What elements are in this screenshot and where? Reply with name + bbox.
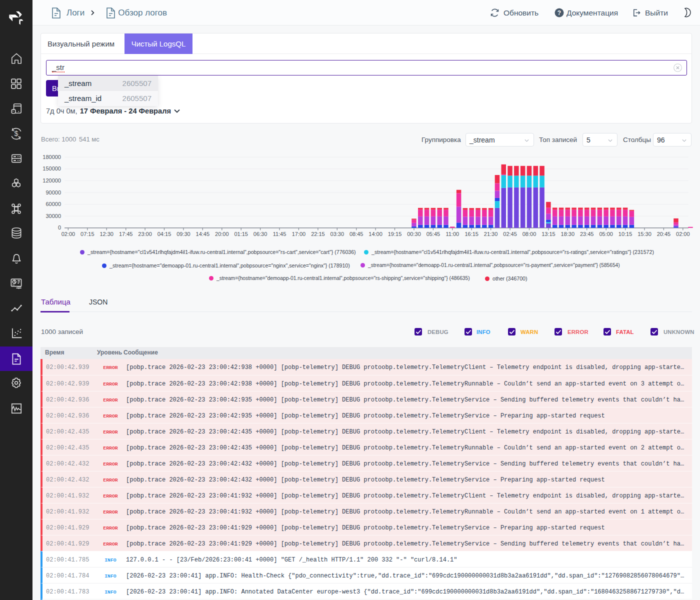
svg-text:$: $ xyxy=(14,130,18,138)
svg-text:05:45: 05:45 xyxy=(426,231,440,237)
svg-text:16:15: 16:15 xyxy=(464,231,478,237)
svg-text:14:45: 14:45 xyxy=(196,231,210,237)
svg-text:23:45: 23:45 xyxy=(580,231,594,237)
svg-text:0: 0 xyxy=(58,224,61,230)
svg-text:14:00: 14:00 xyxy=(368,231,382,237)
svg-text:?: ? xyxy=(558,10,561,16)
svg-text:11:00: 11:00 xyxy=(446,231,459,237)
svg-text:180000: 180000 xyxy=(42,154,61,160)
svg-text:10:15: 10:15 xyxy=(618,231,632,237)
svg-text:17:45: 17:45 xyxy=(119,231,133,237)
svg-text:06:30: 06:30 xyxy=(254,231,268,237)
svg-text:02:00: 02:00 xyxy=(676,231,690,237)
svg-text:08:45: 08:45 xyxy=(350,231,364,237)
svg-text:60000: 60000 xyxy=(46,201,61,207)
svg-text:13:15: 13:15 xyxy=(542,231,556,237)
svg-text:03:30: 03:30 xyxy=(330,231,344,237)
svg-text:00:30: 00:30 xyxy=(407,231,421,237)
svg-text:23:00: 23:00 xyxy=(138,231,152,237)
svg-text:02:00: 02:00 xyxy=(62,231,76,237)
svg-text:05:00: 05:00 xyxy=(599,231,613,237)
svg-text:90000: 90000 xyxy=(46,190,61,196)
svg-text:20:45: 20:45 xyxy=(657,231,671,237)
svg-text:02:45: 02:45 xyxy=(503,231,517,237)
svg-text:22:15: 22:15 xyxy=(311,231,325,237)
svg-text:120000: 120000 xyxy=(42,178,61,184)
svg-text:21:30: 21:30 xyxy=(484,231,498,237)
svg-text:19:15: 19:15 xyxy=(388,231,402,237)
svg-text:15:30: 15:30 xyxy=(638,231,652,237)
svg-text:01:15: 01:15 xyxy=(234,231,248,237)
svg-text:04:15: 04:15 xyxy=(158,231,172,237)
svg-text:09:30: 09:30 xyxy=(176,231,190,237)
svg-text:08:00: 08:00 xyxy=(522,231,536,237)
svg-text:150000: 150000 xyxy=(42,166,61,172)
svg-text:07:15: 07:15 xyxy=(80,231,94,237)
svg-text:12:30: 12:30 xyxy=(100,231,114,237)
svg-text:18:30: 18:30 xyxy=(561,231,575,237)
svg-text:11:45: 11:45 xyxy=(273,231,286,237)
svg-text:17:00: 17:00 xyxy=(292,231,306,237)
svg-text:20:00: 20:00 xyxy=(215,231,229,237)
svg-text:30000: 30000 xyxy=(46,213,61,219)
